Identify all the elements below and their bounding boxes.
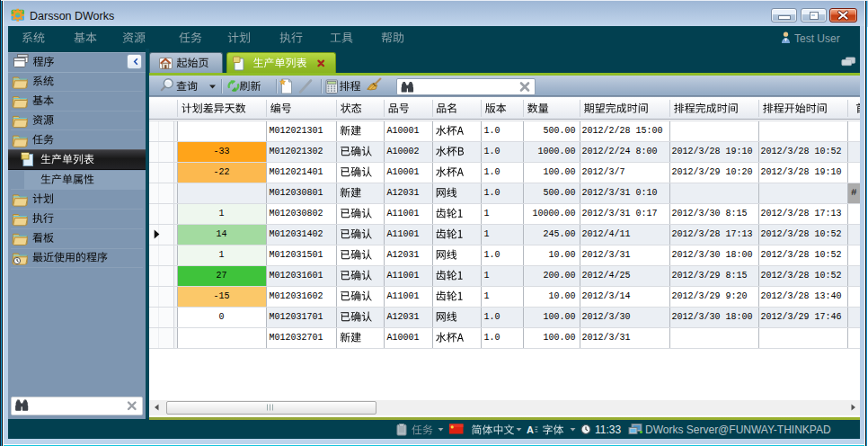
- svg-text:A: A: [527, 424, 534, 435]
